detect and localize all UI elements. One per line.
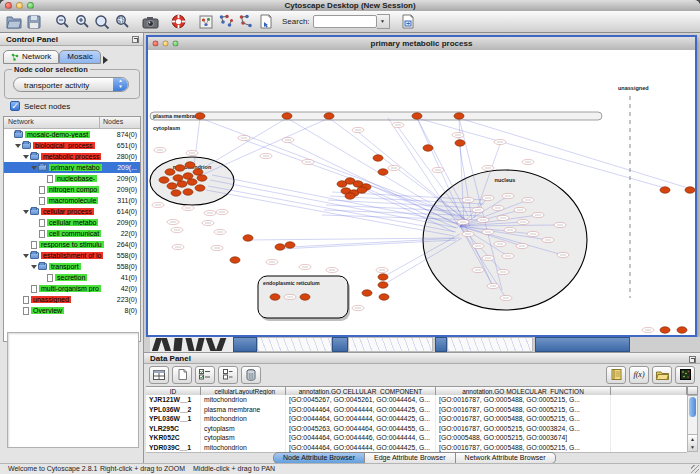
network-node-selected[interactable]	[412, 113, 422, 119]
network-node-selected[interactable]	[165, 169, 175, 175]
save-session-icon[interactable]	[24, 13, 44, 31]
table-row-YPL036W__1[interactable]: YPL036W__1mitochondrion[GO:0044464, GO:0…	[146, 414, 687, 424]
tree-row-cell-communicat[interactable]: cell communicat22(0)	[4, 228, 140, 239]
tree-row-response-to-stimulu[interactable]: response to stimulu264(0)	[4, 239, 140, 250]
tree-row-macromolecule[interactable]: macromolecule311(0)	[4, 195, 140, 206]
table-row-YLR295C[interactable]: YLR295Ccytoplasm[GO:0045263, GO:0044464,…	[146, 424, 687, 434]
network-node-selected[interactable]	[270, 294, 280, 300]
network-node-selected[interactable]	[195, 113, 205, 119]
network-node-selected[interactable]	[230, 257, 240, 263]
expand-arrow-icon[interactable]	[23, 155, 29, 159]
expand-arrow-icon[interactable]	[31, 166, 37, 170]
tree-row-nucleobase-[interactable]: nucleobase-209(0)	[4, 173, 140, 184]
zoom-fit-icon[interactable]	[92, 13, 112, 31]
network-node-selected[interactable]	[357, 187, 367, 193]
float-panel-icon[interactable]	[689, 356, 696, 363]
network-node-selected[interactable]	[197, 175, 207, 181]
unselect-attributes-icon[interactable]	[218, 366, 238, 384]
tree-row-multi-organism-pro[interactable]: multi-organism pro42(0)	[4, 283, 140, 294]
select-nodes-checkbox[interactable]: ✓	[10, 101, 20, 111]
column-header-id[interactable]: ID	[146, 386, 201, 395]
zoom-out-icon[interactable]	[52, 13, 72, 31]
help-lifering-icon[interactable]	[168, 13, 188, 31]
network-node-selected[interactable]	[660, 327, 670, 333]
network-node-selected[interactable]	[378, 274, 388, 280]
zoom-selected-icon[interactable]	[112, 13, 132, 31]
merge-networks-alt-icon[interactable]	[236, 13, 256, 31]
network-node-selected[interactable]	[243, 235, 253, 241]
delete-attribute-icon[interactable]	[241, 366, 261, 384]
network-node-selected[interactable]	[373, 155, 383, 161]
float-panel-icon[interactable]	[132, 36, 139, 43]
tree-row-transport[interactable]: transport558(0)	[4, 261, 140, 272]
open-file-icon[interactable]	[4, 13, 24, 31]
merge-networks-icon[interactable]	[216, 13, 236, 31]
attribute-editor-icon[interactable]	[606, 366, 626, 384]
new-attribute-icon[interactable]	[172, 366, 192, 384]
region-plasma-membrane[interactable]	[150, 112, 602, 120]
network-node-selected[interactable]	[159, 177, 169, 183]
search-dropdown-icon[interactable]: ▼	[377, 14, 390, 29]
table-row-YPL036W__2[interactable]: YPL036W__2plasma membrane[GO:0044464, GO…	[146, 405, 687, 415]
network-node-selected[interactable]	[677, 327, 687, 333]
network-node-selected[interactable]	[195, 185, 205, 191]
network-node-selected[interactable]	[171, 190, 181, 196]
network-node-selected[interactable]	[177, 181, 187, 187]
tree-row-primary-metabo[interactable]: primary metabo209(...	[4, 162, 140, 173]
table-row-YDR039C__1[interactable]: YDR039C__1mitochondrion[GO:0044464, GO:0…	[146, 443, 687, 453]
tree-row-metabolic-process[interactable]: metabolic process280(0)	[4, 151, 140, 162]
tree-row-cellular-metabo[interactable]: cellular metabo209(0)	[4, 217, 140, 228]
tree-row-overview[interactable]: Overview8(0)	[4, 305, 140, 316]
network-node-selected[interactable]	[300, 294, 310, 300]
network-node-selected[interactable]	[324, 113, 334, 119]
zoom-in-icon[interactable]	[72, 13, 92, 31]
network-node-selected[interactable]	[167, 183, 177, 189]
table-row-YKR052C[interactable]: YKR052Ccytoplasm[GO:0044464, GO:0044446,…	[146, 433, 687, 443]
network-node-selected[interactable]	[173, 175, 183, 181]
network-node-selected[interactable]	[378, 169, 388, 175]
birds-eye-view[interactable]	[7, 332, 139, 448]
network-node-selected[interactable]	[379, 294, 389, 300]
expand-arrow-icon[interactable]	[31, 265, 37, 269]
export-icon[interactable]	[256, 13, 276, 31]
attribute-matrix-icon[interactable]	[675, 366, 695, 384]
network-node-selected[interactable]	[185, 162, 195, 168]
column-header-cellular-component[interactable]: annotation.GO CELLULAR_COMPONENT	[286, 386, 436, 395]
scrollbar-arrows[interactable]: ▲▼	[688, 434, 697, 451]
network-node-selected[interactable]	[362, 290, 372, 296]
network-node-selected[interactable]	[183, 173, 193, 179]
network-node-selected[interactable]	[378, 282, 388, 288]
tab-mosaic[interactable]: Mosaic	[59, 50, 100, 64]
network-node-selected[interactable]	[285, 242, 295, 248]
import-icon[interactable]	[398, 13, 418, 31]
table-scrollbar[interactable]: ▲▼	[687, 395, 698, 452]
expand-arrow-icon[interactable]	[23, 210, 29, 214]
node-color-dropdown[interactable]: transporter activity ▲▼	[13, 77, 129, 92]
resize-grip[interactable]	[691, 465, 699, 473]
frame-titlebar[interactable]: primary metabolic process	[148, 37, 695, 51]
expand-arrow-icon[interactable]	[23, 254, 29, 258]
network-node-selected[interactable]	[183, 189, 193, 195]
network-node-selected[interactable]	[187, 179, 197, 185]
network-node-selected[interactable]	[455, 140, 465, 146]
network-canvas[interactable]: plasma membranecytoplasmmitochondrionnuc…	[148, 50, 695, 335]
network-node-selected[interactable]	[423, 145, 433, 151]
network-view-frame[interactable]: primary metabolic process plasma membran…	[146, 35, 697, 337]
tree-row-unassigned[interactable]: unassigned223(0)	[4, 294, 140, 305]
expand-arrow-icon[interactable]	[15, 144, 21, 148]
tab-network[interactable]: Network	[3, 50, 59, 64]
network-node-selected[interactable]	[193, 169, 203, 175]
tree-row-cellular-process[interactable]: cellular process614(0)	[4, 206, 140, 217]
network-node-selected[interactable]	[454, 113, 464, 119]
attribute-table-icon[interactable]	[149, 366, 169, 384]
column-header-region[interactable]: _cellularLayoutRegion	[201, 386, 286, 395]
network-node-selected[interactable]	[175, 165, 185, 171]
function-builder-icon[interactable]: f(x)	[629, 366, 649, 384]
scrollbar-thumb[interactable]	[689, 397, 696, 417]
network-node-selected[interactable]	[282, 113, 292, 119]
network-node-selected[interactable]	[660, 187, 670, 193]
column-header-molecular-function[interactable]: annotation.GO MOLECULAR_FUNCTION	[436, 386, 611, 395]
tree-row-biological-process[interactable]: biological_process651(0)	[4, 140, 140, 151]
import-attributes-icon[interactable]	[652, 366, 672, 384]
network-node-selected[interactable]	[345, 193, 355, 199]
